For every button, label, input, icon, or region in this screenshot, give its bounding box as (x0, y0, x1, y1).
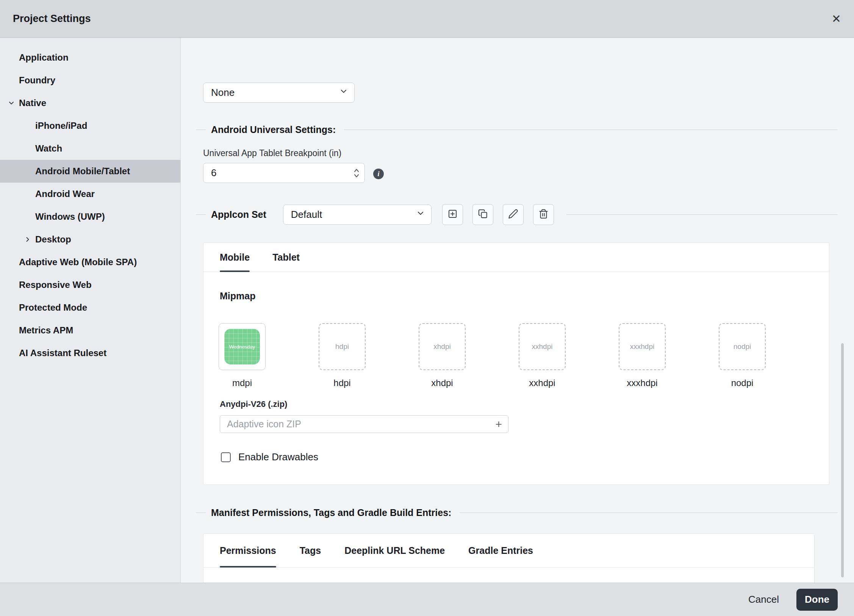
slot-hint: xxhdpi (532, 342, 553, 351)
tab-label: Mobile (220, 252, 250, 263)
tab-permissions[interactable]: Permissions (220, 534, 276, 567)
appicon-set-row: AppIcon Set Default (196, 204, 838, 225)
sidebar-item-desktop[interactable]: Desktop (0, 228, 180, 251)
trash-icon (538, 209, 549, 220)
tab-deeplink-url-scheme[interactable]: Deeplink URL Scheme (344, 534, 445, 567)
section-manifest-permissions: Manifest Permissions, Tags and Gradle Bu… (196, 506, 838, 519)
chevron-down-icon (8, 99, 19, 107)
sidebar-item-metrics-apm[interactable]: Metrics APM (0, 319, 180, 342)
enable-drawables-row: Enable Drawables (221, 451, 318, 463)
sidebar-item-iphone-ipad[interactable]: iPhone/iPad (0, 114, 180, 137)
tab-gradle-entries[interactable]: Gradle Entries (468, 534, 533, 567)
tab-tablet[interactable]: Tablet (272, 243, 300, 272)
tab-label: Tablet (272, 252, 300, 263)
dialog-titlebar: Project Settings ✕ (0, 0, 854, 38)
appicon-tabs: Mobile Tablet (203, 243, 829, 272)
add-appicon-set-button[interactable] (442, 204, 463, 225)
mdpi-icon-well[interactable]: Wednesday (219, 323, 266, 370)
xxhdpi-icon-well[interactable]: xxhdpi (519, 323, 566, 370)
section-divider (460, 513, 838, 513)
stepper-icon[interactable] (353, 167, 360, 179)
enable-drawables-label: Enable Drawables (238, 451, 318, 463)
mipmap-slot-xhdpi: xhdpi xhdpi (419, 323, 466, 388)
delete-appicon-set-button[interactable] (533, 204, 554, 225)
platform-select-value: None (211, 87, 235, 98)
sidebar-item-watch[interactable]: Watch (0, 137, 180, 160)
section-divider (344, 130, 838, 130)
sidebar-item-application[interactable]: Application (0, 46, 180, 69)
breakpoint-field (203, 163, 365, 183)
tab-mobile[interactable]: Mobile (220, 243, 250, 272)
sidebar-item-native[interactable]: Native (0, 92, 180, 114)
slot-hint: hdpi (335, 342, 349, 351)
appicon-card: Mobile Tablet Mipmap Wednesday mdpi hdpi (203, 242, 829, 485)
nodpi-icon-well[interactable]: nodpi (719, 323, 766, 370)
mipmap-slot-xxhdpi: xxhdpi xxhdpi (519, 323, 566, 388)
sidebar-item-foundry[interactable]: Foundry (0, 69, 180, 92)
duplicate-appicon-set-button[interactable] (472, 204, 493, 225)
copy-icon (478, 209, 488, 220)
sidebar-item-ai-assistant-ruleset[interactable]: AI Assistant Ruleset (0, 342, 180, 364)
breakpoint-input[interactable] (211, 167, 353, 179)
sidebar-item-label: iPhone/iPad (35, 120, 87, 131)
xhdpi-icon-well[interactable]: xhdpi (419, 323, 466, 370)
sidebar-item-label: AI Assistant Ruleset (19, 348, 106, 358)
hdpi-icon-well[interactable]: hdpi (319, 323, 366, 370)
edit-appicon-set-button[interactable] (503, 204, 524, 225)
section-title: Android Universal Settings: (211, 124, 336, 135)
sidebar-item-label: Protected Mode (19, 302, 87, 313)
mipmap-slot-hdpi: hdpi hdpi (319, 323, 366, 388)
plus-square-icon (447, 209, 458, 220)
tab-tags[interactable]: Tags (300, 534, 321, 567)
dialog-title: Project Settings (13, 13, 91, 25)
sidebar-item-label: Android Mobile/Tablet (35, 166, 130, 177)
sidebar-item-responsive-web[interactable]: Responsive Web (0, 274, 180, 296)
manifest-tabs: Permissions Tags Deeplink URL Scheme Gra… (203, 534, 814, 568)
app-icon-preview: Wednesday (224, 329, 260, 364)
slot-label: nodpi (731, 378, 754, 388)
tab-label: Deeplink URL Scheme (344, 545, 445, 556)
zip-add-icon[interactable]: + (495, 419, 502, 430)
slot-label: mdpi (232, 378, 252, 388)
slot-hint: xxxhdpi (630, 342, 654, 351)
xxxhdpi-icon-well[interactable]: xxxhdpi (619, 323, 666, 370)
adaptive-icon-zip-input[interactable] (226, 418, 495, 430)
cancel-button[interactable]: Cancel (746, 593, 781, 606)
sidebar-item-label: Application (19, 52, 69, 63)
enable-drawables-checkbox[interactable] (221, 452, 231, 462)
appicon-set-select[interactable]: Default (283, 205, 432, 225)
tab-label: Tags (300, 545, 321, 556)
sidebar-item-adaptive-web[interactable]: Adaptive Web (Mobile SPA) (0, 251, 180, 274)
sidebar-item-label: Android Wear (35, 189, 95, 199)
close-icon[interactable]: ✕ (829, 13, 843, 25)
mipmap-slot-xxxhdpi: xxxhdpi xxxhdpi (619, 323, 666, 388)
sidebar-item-android-wear[interactable]: Android Wear (0, 183, 180, 205)
sidebar-item-label: Responsive Web (19, 280, 92, 290)
settings-sidebar: Application Foundry Native iPhone/iPad W… (0, 38, 181, 583)
mipmap-slot-mdpi: Wednesday mdpi (219, 323, 266, 388)
platform-select[interactable]: None (203, 83, 355, 103)
breakpoint-label: Universal App Tablet Breakpoint (in) (203, 148, 341, 158)
info-icon[interactable]: i (373, 169, 384, 179)
section-divider (566, 214, 838, 215)
appicon-set-label: AppIcon Set (211, 209, 266, 220)
vertical-scrollbar[interactable] (841, 343, 844, 577)
pencil-icon (508, 209, 518, 220)
slot-label: xhdpi (431, 378, 453, 388)
slot-hint: xhdpi (433, 342, 450, 351)
settings-content: None Android Universal Settings: Univers… (181, 38, 854, 583)
app-icon-preview-text: Wednesday (229, 344, 255, 350)
sidebar-item-label: Metrics APM (19, 325, 73, 336)
sidebar-item-protected-mode[interactable]: Protected Mode (0, 296, 180, 319)
sidebar-item-windows-uwp[interactable]: Windows (UWP) (0, 205, 180, 228)
tab-label: Permissions (220, 545, 276, 556)
done-button[interactable]: Done (796, 589, 838, 611)
sidebar-item-label: Windows (UWP) (35, 211, 105, 222)
appicon-set-select-value: Default (291, 209, 322, 220)
slot-hint: nodpi (734, 342, 751, 351)
sidebar-item-label: Adaptive Web (Mobile SPA) (19, 257, 137, 267)
chevron-down-icon (339, 87, 348, 98)
mipmap-slot-row: Wednesday mdpi hdpi hdpi xhdpi xhdpi xx (219, 323, 766, 388)
slot-label: hdpi (333, 378, 350, 388)
sidebar-item-android-mobile-tablet[interactable]: Android Mobile/Tablet (0, 160, 180, 183)
